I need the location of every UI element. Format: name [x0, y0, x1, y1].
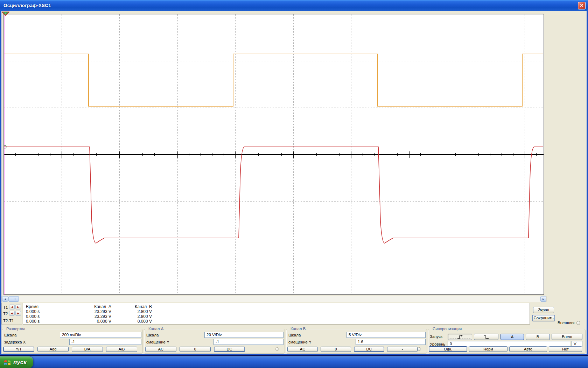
channel-b-offset-input[interactable]: 1.6 [356, 339, 426, 345]
rising-edge-icon [457, 335, 463, 339]
timebase-group: Развертка Шкала 200 ns/Div задержка X -1… [2, 329, 143, 354]
external-trigger-led-icon [576, 321, 580, 325]
scope-scrollbar[interactable]: ◄ ► [1, 296, 547, 302]
channel-b-led-icon [418, 347, 421, 351]
trigger-normal-button[interactable]: Норм [469, 346, 507, 352]
t2-t1-label: T2-T1 [3, 319, 14, 323]
windows-flag-icon [4, 359, 11, 366]
t1-channel-b: 2.800 V [116, 309, 155, 314]
dt-time: 0.000 s [23, 319, 75, 324]
cursor-marker-handle[interactable]: 2 [2, 11, 9, 15]
titlebar[interactable]: Осциллограф-XSC1 ✕ [0, 0, 588, 11]
t2-time: 0.000 s [23, 314, 75, 319]
trigger-source-ext-button[interactable]: Внеш [552, 334, 582, 340]
trigger-none-button[interactable]: Нет [549, 346, 582, 352]
svg-text:2: 2 [5, 12, 6, 15]
trigger-source-b-button[interactable]: В [526, 334, 550, 340]
timebase-add-button[interactable]: Add [37, 347, 69, 352]
oscilloscope-window: Осциллограф-XSC1 ✕ 2 ◄ ► T1 ◄ ► [0, 0, 588, 355]
timebase-xpos-label: задержка X [4, 340, 26, 344]
channel-b-scale-label: Шкала [288, 333, 301, 337]
channel-a-dc-button[interactable]: DC [214, 347, 245, 352]
measurement-header-row: Время Канал_A Канал_B [23, 304, 155, 309]
taskbar: пуск e ✉ W e Проект Prophetmast... Amp A… [0, 356, 588, 368]
dt-channel-b: 0.000 V [116, 319, 155, 324]
falling-edge-button[interactable] [474, 334, 498, 340]
save-button[interactable]: Сохранить [532, 315, 555, 321]
timebase-ba-button[interactable]: B/A [72, 347, 103, 352]
external-trigger-label: Внешняя [558, 321, 574, 325]
channel-a-scale-label: Шкала [146, 333, 159, 337]
scrollbar-thumb[interactable] [8, 296, 19, 302]
scrollbar-right-arrow-icon[interactable]: ► [540, 296, 546, 302]
window-title: Осциллограф-XSC1 [4, 3, 51, 8]
channel-a-led-icon [275, 347, 279, 351]
channel-b-offset-label: смещение Y [288, 340, 312, 344]
trigger-source-a-button[interactable]: А [500, 334, 524, 340]
t1-channel-a: 23.293 V [75, 309, 116, 314]
channel-a-header: Канал_A [75, 304, 116, 309]
channel-b-zero-button[interactable]: 0 [321, 347, 351, 352]
channel-b-title: Канал B [289, 327, 307, 331]
t1-left-arrow-button[interactable]: ◄ [9, 305, 15, 309]
t1-right-arrow-button[interactable]: ► [15, 305, 21, 309]
t2-right-arrow-button[interactable]: ► [15, 311, 21, 316]
trigger-level-label: Уровень [430, 342, 445, 346]
t1-row: 0.000 s 23.293 V 2.800 V [23, 309, 155, 314]
channel-a-offset-input[interactable]: -1 [214, 339, 284, 345]
channel-b-header: Канал_B [116, 304, 155, 309]
scrollbar-left-arrow-icon[interactable]: ◄ [2, 296, 8, 302]
cursor-control-box: T1 ◄ ► T2 ◄ ► T2-T1 [1, 303, 22, 325]
timebase-ab-button[interactable]: A/B [106, 347, 137, 352]
trigger-edge-label: Запуск [430, 334, 442, 339]
t2-channel-a: 23.293 V [75, 314, 116, 319]
window-body: 2 ◄ ► T1 ◄ ► T2 ◄ ► T2-T1 [0, 11, 588, 355]
trigger-single-button[interactable]: Одн. [429, 346, 467, 352]
channel-a-ac-button[interactable]: AC [145, 347, 176, 352]
t1-label: T1 [3, 305, 8, 309]
falling-edge-icon [483, 335, 489, 339]
t2-row: 0.000 s 23.293 V 2.800 V [23, 314, 155, 319]
scope-display[interactable] [4, 14, 544, 295]
trigger-group: Синхронизация Запуск А В Внеш [428, 329, 586, 354]
channel-b-group: Канал B Шкала 5 V/Div смещение Y 1.6 AC … [286, 329, 427, 354]
rising-edge-button[interactable] [448, 334, 472, 340]
channel-a-scale-input[interactable]: 20 V/Div [204, 332, 284, 338]
trigger-auto-button[interactable]: Авто [509, 346, 547, 352]
t2-t1-row: 0.000 s 0.000 V 0.000 V [23, 319, 155, 324]
t2-label: T2 [3, 312, 8, 316]
channel-a-title: Канал A [147, 327, 165, 331]
channel-b-dc-button[interactable]: DC [354, 347, 384, 352]
trigger-title: Синхронизация [431, 327, 463, 331]
channel-b-ac-button[interactable]: AC [287, 347, 318, 352]
channel-a-zero-button[interactable]: 0 [180, 347, 211, 352]
timebase-xpos-input[interactable]: -1 [69, 339, 141, 345]
timebase-scale-label: Шкала [4, 333, 16, 337]
timebase-scale-input[interactable]: 200 ns/Div [60, 332, 141, 338]
t2-left-arrow-button[interactable]: ◄ [9, 311, 15, 316]
t2-channel-b: 2.800 V [116, 314, 155, 319]
t1-time: 0.000 s [23, 309, 75, 314]
measurement-table: Время Канал_A Канал_B 0.000 s 23.293 V 2… [23, 303, 530, 325]
timebase-title: Развертка [5, 327, 27, 331]
screen-button[interactable]: Экран [533, 307, 554, 313]
channel-a-offset-label: смещение Y [146, 340, 169, 344]
time-header: Время [23, 304, 75, 309]
dt-channel-a: 0.000 V [75, 319, 116, 324]
timebase-yt-button[interactable]: Y/T [3, 347, 34, 352]
channel-a-group: Канал A Шкала 20 V/Div смещение Y -1 AC … [144, 329, 285, 354]
close-button[interactable]: ✕ [578, 2, 586, 9]
channel-b-scale-input[interactable]: 5 V/Div [346, 332, 426, 338]
channel-b-minus-button[interactable]: - [387, 347, 418, 352]
